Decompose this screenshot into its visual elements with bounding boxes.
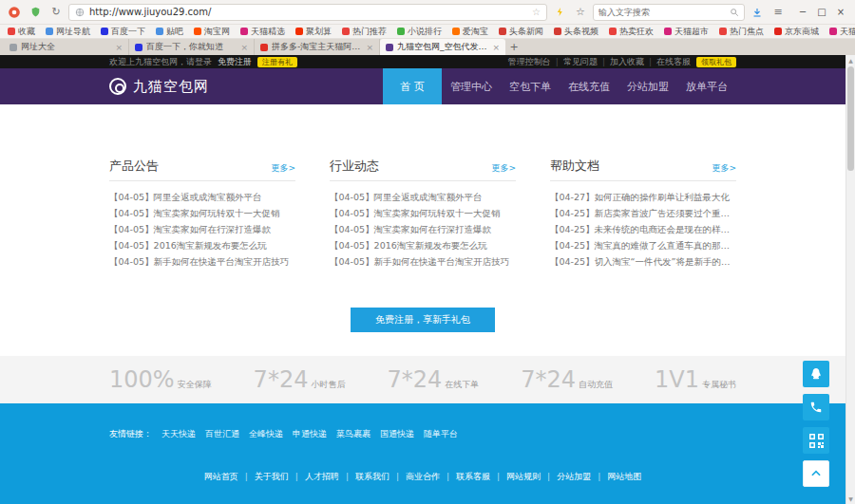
browser-tab[interactable]: 拼多多-淘宝主天猫阿里聚...× — [255, 39, 380, 55]
friend-link[interactable]: 全峰快递 — [249, 428, 283, 440]
news-item[interactable]: 【04-05】淘宝卖家如何在行深打造爆款 — [330, 221, 516, 237]
topbar-link[interactable]: 在线客服 — [644, 57, 691, 66]
news-item[interactable]: 【04-25】淘宝真的难做了么直通车真的那么贵么 — [550, 237, 736, 253]
tab-close-icon[interactable]: × — [240, 43, 248, 52]
bookmark-star-icon[interactable]: ☆ — [532, 7, 541, 17]
news-item[interactable]: 【04-25】新店卖家首波广告还须要过个重要时间 — [550, 205, 736, 221]
scrollbar-thumb[interactable] — [847, 66, 854, 171]
nav-item[interactable]: 空包下单 — [501, 68, 560, 104]
bookmark-item[interactable]: 贴吧 — [156, 26, 183, 38]
footer-nav-link[interactable]: 网站地图 — [591, 472, 641, 481]
friend-link[interactable]: 天天快递 — [162, 428, 196, 440]
search-box[interactable] — [593, 4, 745, 21]
bookmark-item[interactable]: 小说排行 — [397, 26, 442, 38]
bookmark-item[interactable]: 头条视频 — [554, 26, 598, 38]
register-gift-badge[interactable]: 注册有礼 — [257, 57, 297, 67]
lightning-icon[interactable] — [551, 4, 568, 21]
bookmark-item[interactable]: 聚划算 — [295, 26, 332, 38]
nav-item[interactable]: 放单平台 — [677, 68, 736, 104]
footer-nav-link[interactable]: 联系我们 — [339, 472, 390, 481]
safety-shield-icon[interactable] — [27, 4, 44, 21]
qrcode-button[interactable] — [803, 427, 829, 454]
bookmark-item[interactable]: 京东商城 — [774, 26, 819, 38]
bookmark-item[interactable]: 热卖狂欢 — [609, 26, 654, 38]
more-link[interactable]: 更多> — [271, 162, 295, 175]
close-button[interactable]: × — [832, 4, 849, 21]
friend-link[interactable]: 国通快递 — [380, 428, 414, 440]
news-item[interactable]: 【04-05】阿里全返或成淘宝额外平台 — [330, 189, 516, 205]
tab-close-icon[interactable]: × — [492, 43, 500, 52]
menu-icon[interactable]: ≡ — [770, 4, 787, 21]
bookmark-item[interactable]: 爱淘宝 — [452, 26, 488, 38]
scroll-down-icon[interactable]: ▼ — [846, 495, 855, 502]
news-item[interactable]: 【04-05】淘宝卖家如何玩转双十一大促销 — [109, 205, 295, 221]
gift-badge[interactable]: 领取礼包 — [696, 57, 736, 67]
more-link[interactable]: 更多> — [712, 162, 736, 175]
footer-nav-link[interactable]: 网站规则 — [490, 472, 541, 481]
qq-service-button[interactable] — [803, 361, 829, 387]
bookmark-item[interactable]: 头条新闻 — [499, 26, 543, 38]
topbar-link[interactable]: 加入收藏 — [598, 57, 644, 66]
nav-item[interactable]: 在线充值 — [560, 68, 618, 104]
tab-close-icon[interactable]: × — [366, 43, 373, 52]
address-bar[interactable]: ☆ — [68, 4, 547, 21]
news-item[interactable]: 【04-05】新手如何在快递平台淘宝开店技巧 — [109, 253, 295, 270]
back-to-top-button[interactable] — [803, 460, 829, 487]
free-register-button[interactable]: 免费注册，享新手礼包 — [351, 308, 495, 332]
nav-item[interactable]: 管理中心 — [442, 68, 501, 104]
news-item[interactable]: 【04-05】2016淘宝新规发布要怎么玩 — [109, 237, 295, 253]
download-icon[interactable] — [749, 4, 766, 21]
phone-service-button[interactable] — [803, 394, 829, 420]
footer-nav-link[interactable]: 联系客服 — [440, 472, 490, 481]
bookmark-item[interactable]: 热门推荐 — [342, 26, 387, 38]
nav-item[interactable]: 分站加盟 — [618, 68, 677, 104]
news-item[interactable]: 【04-05】2016淘宝新规发布要怎么玩 — [330, 237, 516, 253]
new-tab-button[interactable]: + — [505, 39, 522, 55]
news-item[interactable]: 【04-05】阿里全返或成淘宝额外平台 — [109, 189, 295, 205]
nav-item[interactable]: 首 页 — [383, 68, 442, 104]
bookmark-item[interactable]: 网址导航 — [46, 26, 90, 38]
bookmark-item[interactable]: 热门焦点 — [719, 26, 764, 38]
bookmark-label: 淘宝网 — [204, 26, 230, 38]
friend-link[interactable]: 百世汇通 — [205, 428, 239, 440]
bookmark-item[interactable]: 淘宝网 — [194, 26, 230, 38]
news-item[interactable]: 【04-27】如何正确的操作刷单让利益最大化 — [550, 189, 736, 205]
tab-close-icon[interactable]: × — [115, 43, 123, 52]
bookmark-item[interactable]: 天猫会场 — [829, 26, 855, 38]
news-item[interactable]: 【04-25】切入淘宝“一件代发”将是新手的必经之路 — [550, 253, 736, 270]
news-item[interactable]: 【04-05】淘宝卖家如何在行深打造爆款 — [109, 221, 295, 237]
news-item[interactable]: 【04-05】新手如何在快递平台淘宝开店技巧 — [330, 253, 516, 270]
search-input[interactable] — [598, 8, 726, 17]
search-icon[interactable] — [730, 3, 739, 21]
browser-logo-icon[interactable] — [6, 4, 23, 21]
browser-tab[interactable]: 百度一下，你就知道× — [129, 39, 255, 55]
friend-link[interactable]: 申通快递 — [293, 428, 327, 440]
browser-tab[interactable]: 网址大全× — [4, 39, 129, 55]
topbar-link[interactable]: 管理控制台 — [508, 57, 551, 66]
bookmark-item[interactable]: 天猫精选 — [240, 26, 285, 38]
refresh-icon[interactable]: ↻ — [48, 4, 65, 21]
friend-link[interactable]: 随单平台 — [424, 428, 458, 440]
footer-nav-link[interactable]: 人才招聘 — [289, 472, 339, 481]
bookmark-item[interactable]: 天猫超市 — [664, 26, 709, 38]
footer-nav-link[interactable]: 商业合作 — [390, 472, 440, 481]
friend-link[interactable]: 菜鸟裹裹 — [336, 428, 370, 440]
site-logo[interactable]: 九猫空包网 — [109, 78, 209, 96]
bookmark-item[interactable]: 收藏 — [8, 26, 35, 38]
favorites-star-icon[interactable]: ☆ — [572, 4, 589, 21]
footer-nav-link[interactable]: 分站加盟 — [541, 472, 591, 481]
bookmark-item[interactable]: 百度一下 — [101, 26, 145, 38]
vertical-scrollbar[interactable]: ▲ ▼ — [846, 55, 855, 504]
footer-nav-link[interactable]: 关于我们 — [238, 472, 289, 481]
browser-tab[interactable]: 九猫空包网_空包代发专业...× — [380, 39, 505, 55]
news-item[interactable]: 【04-25】未来传统的电商还会是现在的样子么 — [550, 221, 736, 237]
news-item[interactable]: 【04-05】淘宝卖家如何玩转双十一大促销 — [330, 205, 516, 221]
maximize-button[interactable]: □ — [813, 4, 830, 21]
minimize-button[interactable]: ─ — [794, 4, 811, 21]
more-link[interactable]: 更多> — [491, 162, 516, 175]
footer-nav-link[interactable]: 网站首页 — [204, 472, 238, 481]
scroll-up-icon[interactable]: ▲ — [846, 57, 855, 64]
url-input[interactable] — [89, 7, 527, 17]
register-link[interactable]: 免费注册 — [218, 56, 252, 68]
topbar-link[interactable]: 常见问题 — [551, 57, 598, 66]
